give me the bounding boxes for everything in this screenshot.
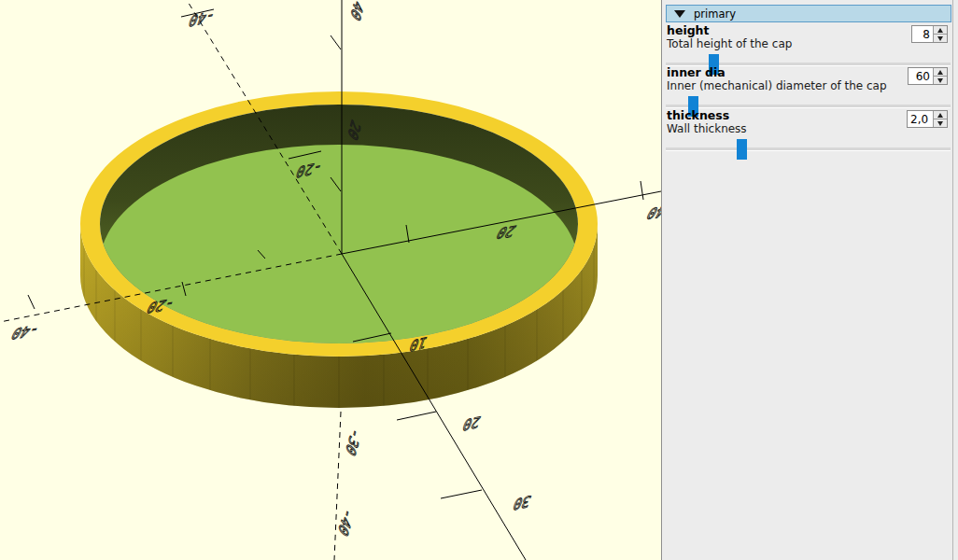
panel-right-edge xyxy=(952,0,953,560)
render-scene: 20 40 -20 -40 10 20 30 -20 -40 20 40 -30… xyxy=(0,0,661,560)
customizer-panel: primary height Total height of the cap 8… xyxy=(661,0,958,560)
thickness-slider[interactable] xyxy=(666,138,951,161)
spinbox-buttons xyxy=(933,111,947,127)
spinbox-up-icon[interactable] xyxy=(934,111,947,119)
height-spinbox[interactable]: 8 xyxy=(911,25,948,43)
spinbox-buttons xyxy=(933,26,947,42)
spinbox-up-icon[interactable] xyxy=(934,26,947,35)
inner-dia-spinbox-value[interactable]: 60 xyxy=(909,68,933,84)
height-spinbox-value[interactable]: 8 xyxy=(912,26,933,42)
parameter-description: Total height of the cap xyxy=(667,37,952,50)
cap-model xyxy=(80,91,598,411)
parameter-row-thickness: thickness Wall thickness 2,0 xyxy=(662,109,952,161)
thickness-spinbox-value[interactable]: 2,0 xyxy=(908,111,933,127)
spinbox-down-icon[interactable] xyxy=(934,119,947,127)
viewport-3d-canvas[interactable]: 20 40 -20 -40 10 20 30 -20 -40 20 40 -30… xyxy=(0,0,661,560)
thickness-spinbox[interactable]: 2,0 xyxy=(907,110,948,128)
spinbox-down-icon[interactable] xyxy=(934,77,947,84)
spinbox-down-icon[interactable] xyxy=(934,35,947,42)
spinbox-buttons xyxy=(933,68,947,84)
group-title: primary xyxy=(694,7,736,21)
openscad-customizer-window: 20 40 -20 -40 10 20 30 -20 -40 20 40 -30… xyxy=(0,0,958,560)
spinbox-up-icon[interactable] xyxy=(934,68,947,77)
slider-handle[interactable] xyxy=(737,139,747,160)
parameter-name: height xyxy=(667,24,952,37)
inner-dia-spinbox[interactable]: 60 xyxy=(908,67,948,85)
slider-groove xyxy=(666,147,951,151)
parameter-group-header[interactable]: primary xyxy=(666,5,951,22)
collapse-triangle-icon xyxy=(674,10,685,18)
